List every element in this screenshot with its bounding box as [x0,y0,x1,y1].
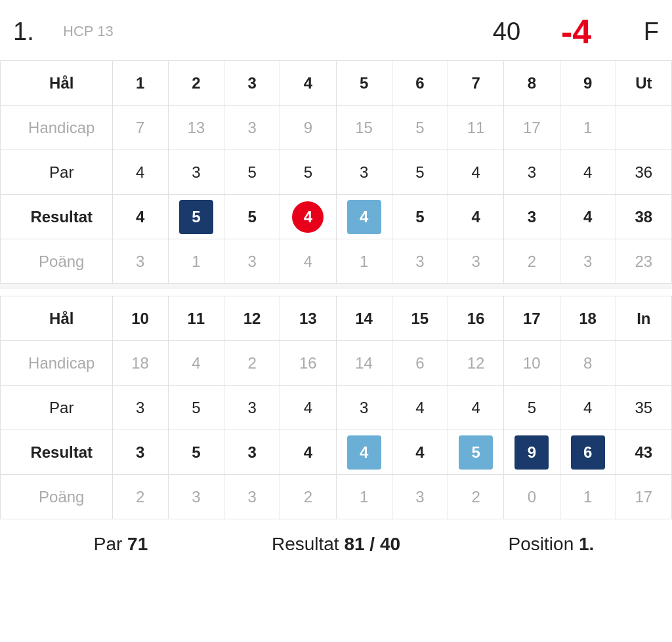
hole-5-header: 5 [336,61,392,106]
f9-par-9: 4 [560,150,616,195]
f9-par-8: 3 [504,150,560,195]
b9-par-in: 35 [616,386,671,430]
front9-par-row: Par 4 3 5 5 3 5 4 3 4 36 [1,150,672,195]
f9-hcp-2: 13 [168,106,224,150]
f9-par-6: 5 [392,150,448,195]
b9-par-16: 4 [448,386,504,430]
footer-resultat-label: Resultat [272,534,339,554]
b9-hcp-10: 18 [112,341,168,386]
b9-poang-14: 1 [336,475,392,519]
f9-poang-9: 3 [560,239,616,284]
f9-poang-8: 2 [504,239,560,284]
back9-handicap-label: Handicap [1,341,113,386]
front9-resultat-row: Resultat 4 5 5 4 4 5 4 3 4 38 [1,195,672,239]
b9-hcp-16: 12 [448,341,504,386]
f9-res-5: 4 [336,195,392,239]
back9-poang-label: Poäng [1,475,113,519]
b9-hcp-14: 14 [336,341,392,386]
footer-resultat: Resultat 81 / 40 [228,534,444,555]
f9-par-1: 4 [112,150,168,195]
b9-res-13: 4 [280,430,336,475]
hole-3-header: 3 [224,61,280,106]
back9-poang-row: Poäng 2 3 3 2 1 3 2 0 1 17 [1,475,672,519]
footer-position-label: Position [509,534,574,554]
f9-res-6: 5 [392,195,448,239]
back9-par-label: Par [1,386,113,430]
f9-res-4: 4 [280,195,336,239]
header-diff: -4 [543,12,609,51]
footer-par: Par 71 [13,534,228,555]
front9-poang-row: Poäng 3 1 3 4 1 3 3 2 3 23 [1,239,672,284]
header-hcp: HCP 13 [63,23,470,40]
hole-17-header: 17 [504,296,560,341]
header-position: 1. [13,18,52,46]
f9-poang-3: 3 [224,239,280,284]
f9-res-2: 5 [168,195,224,239]
b9-res-in: 43 [616,430,671,475]
f9-res-3: 5 [224,195,280,239]
hole-1-header: 1 [112,61,168,106]
in-header: In [616,296,671,341]
b9-res-15: 4 [392,430,448,475]
f9-poang-6: 3 [392,239,448,284]
back9-handicap-row: Handicap 18 4 2 16 14 6 12 10 8 [1,341,672,386]
b9-par-15: 4 [392,386,448,430]
back9-par-row: Par 3 5 3 4 3 4 4 5 4 35 [1,386,672,430]
back9-resultat-row: Resultat 3 5 3 4 4 4 5 9 6 43 [1,430,672,475]
f9-poang-7: 3 [448,239,504,284]
hal-header: Hål [1,61,113,106]
b9-hcp-11: 4 [168,341,224,386]
handicap-label: Handicap [1,106,113,150]
f9-poang-1: 3 [112,239,168,284]
b9-par-12: 3 [224,386,280,430]
b9-par-18: 4 [560,386,616,430]
f9-res-7: 4 [448,195,504,239]
hole-10-header: 10 [112,296,168,341]
footer-par-value: 71 [127,534,148,554]
b9-hcp-18: 8 [560,341,616,386]
b9-poang-13: 2 [280,475,336,519]
hal-header-back: Hål [1,296,113,341]
f9-hcp-1: 7 [112,106,168,150]
f9-par-7: 4 [448,150,504,195]
b9-par-11: 5 [168,386,224,430]
b9-poang-in: 17 [616,475,671,519]
hole-8-header: 8 [504,61,560,106]
footer-resultat-value: 81 / 40 [344,534,400,554]
b9-res-14: 4 [336,430,392,475]
header-status: F [620,18,659,46]
b9-hcp-12: 2 [224,341,280,386]
b9-poang-11: 3 [168,475,224,519]
b9-poang-12: 3 [224,475,280,519]
f9-par-4: 5 [280,150,336,195]
f9-par-5: 3 [336,150,392,195]
f9-res-1: 4 [112,195,168,239]
back9-header-row: Hål 10 11 12 13 14 15 16 17 18 In [1,296,672,341]
b9-poang-17: 0 [504,475,560,519]
b9-res-11: 5 [168,430,224,475]
footer-position-value: 1. [579,534,594,554]
hole-7-header: 7 [448,61,504,106]
footer-par-label: Par [94,534,123,554]
f9-poang-ut: 23 [616,239,671,284]
poang-label: Poäng [1,239,113,284]
front9-header-row: Hål 1 2 3 4 5 6 7 8 9 Ut [1,61,672,106]
b9-poang-10: 2 [112,475,168,519]
f9-hcp-3: 3 [224,106,280,150]
hole-15-header: 15 [392,296,448,341]
footer: Par 71 Resultat 81 / 40 Position 1. [0,519,672,569]
b9-par-14: 3 [336,386,392,430]
f9-poang-5: 1 [336,239,392,284]
header: 1. HCP 13 40 -4 F [0,0,672,54]
hole-9-header: 9 [560,61,616,106]
ut-header: Ut [616,61,671,106]
back9-table: Hål 10 11 12 13 14 15 16 17 18 In Handic… [0,296,672,519]
hole-12-header: 12 [224,296,280,341]
red-circle-4: 4 [292,201,324,233]
hole-6-header: 6 [392,61,448,106]
f9-hcp-4: 9 [280,106,336,150]
f9-res-9: 4 [560,195,616,239]
b9-par-13: 4 [280,386,336,430]
f9-poang-4: 4 [280,239,336,284]
front9-table: Hål 1 2 3 4 5 6 7 8 9 Ut Handicap 7 13 3… [0,60,672,284]
